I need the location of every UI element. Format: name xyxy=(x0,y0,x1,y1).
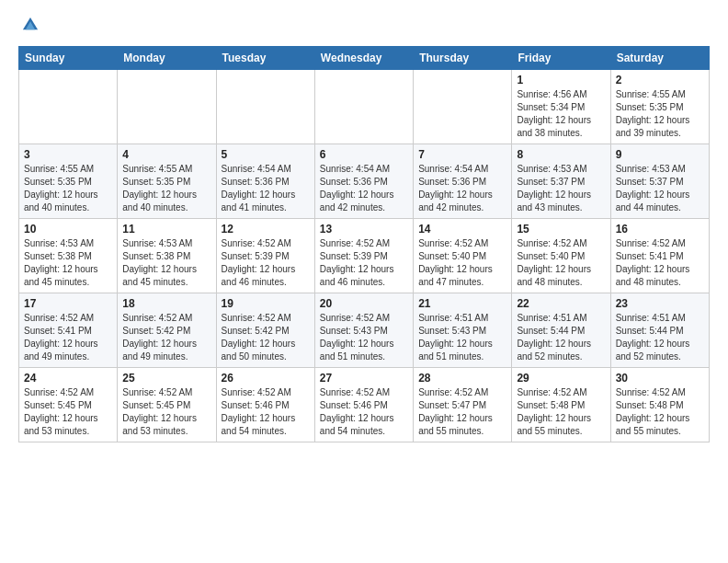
calendar-cell: 18Sunrise: 4:52 AM Sunset: 5:42 PM Dayli… xyxy=(118,293,216,368)
day-number: 15 xyxy=(517,223,605,236)
weekday-header-saturday: Saturday xyxy=(610,47,709,70)
calendar-cell xyxy=(19,70,118,144)
day-info: Sunrise: 4:55 AM Sunset: 5:35 PM Dayligh… xyxy=(24,163,112,214)
calendar-cell: 4Sunrise: 4:55 AM Sunset: 5:35 PM Daylig… xyxy=(118,144,216,219)
calendar-cell: 1Sunrise: 4:56 AM Sunset: 5:34 PM Daylig… xyxy=(512,70,610,144)
day-info: Sunrise: 4:52 AM Sunset: 5:41 PM Dayligh… xyxy=(616,237,704,289)
day-info: Sunrise: 4:54 AM Sunset: 5:36 PM Dayligh… xyxy=(320,163,408,214)
day-number: 2 xyxy=(616,74,704,86)
weekday-header-wednesday: Wednesday xyxy=(314,47,413,70)
day-number: 3 xyxy=(24,148,112,161)
calendar-cell: 11Sunrise: 4:53 AM Sunset: 5:38 PM Dayli… xyxy=(118,219,216,293)
logo-icon xyxy=(20,15,40,35)
day-info: Sunrise: 4:54 AM Sunset: 5:36 PM Dayligh… xyxy=(222,163,310,214)
day-number: 1 xyxy=(517,74,605,86)
calendar-cell: 26Sunrise: 4:52 AM Sunset: 5:46 PM Dayli… xyxy=(216,368,314,442)
day-number: 7 xyxy=(418,148,506,161)
day-info: Sunrise: 4:52 AM Sunset: 5:48 PM Dayligh… xyxy=(616,386,704,438)
day-info: Sunrise: 4:52 AM Sunset: 5:46 PM Dayligh… xyxy=(222,386,310,438)
calendar-cell xyxy=(414,70,512,144)
calendar-cell: 14Sunrise: 4:52 AM Sunset: 5:40 PM Dayli… xyxy=(414,219,512,293)
day-info: Sunrise: 4:52 AM Sunset: 5:40 PM Dayligh… xyxy=(517,237,605,289)
day-number: 23 xyxy=(616,297,704,310)
calendar-cell: 7Sunrise: 4:54 AM Sunset: 5:36 PM Daylig… xyxy=(414,144,512,219)
week-row-4: 17Sunrise: 4:52 AM Sunset: 5:41 PM Dayli… xyxy=(19,293,710,368)
day-number: 16 xyxy=(616,223,704,236)
day-number: 26 xyxy=(222,372,310,385)
calendar-cell xyxy=(314,70,413,144)
calendar-cell: 9Sunrise: 4:53 AM Sunset: 5:37 PM Daylig… xyxy=(610,144,709,219)
calendar-cell: 6Sunrise: 4:54 AM Sunset: 5:36 PM Daylig… xyxy=(314,144,413,219)
calendar-cell: 22Sunrise: 4:51 AM Sunset: 5:44 PM Dayli… xyxy=(512,293,610,368)
weekday-header-row: SundayMondayTuesdayWednesdayThursdayFrid… xyxy=(19,47,710,70)
day-info: Sunrise: 4:53 AM Sunset: 5:38 PM Dayligh… xyxy=(24,237,112,289)
calendar-cell: 25Sunrise: 4:52 AM Sunset: 5:45 PM Dayli… xyxy=(118,368,216,442)
week-row-2: 3Sunrise: 4:55 AM Sunset: 5:35 PM Daylig… xyxy=(19,144,710,219)
day-info: Sunrise: 4:53 AM Sunset: 5:37 PM Dayligh… xyxy=(616,163,704,214)
day-number: 9 xyxy=(616,148,704,161)
day-number: 10 xyxy=(24,223,112,236)
day-number: 4 xyxy=(122,148,210,161)
day-info: Sunrise: 4:52 AM Sunset: 5:40 PM Dayligh… xyxy=(418,237,506,289)
day-number: 13 xyxy=(320,223,408,236)
day-number: 20 xyxy=(320,297,408,310)
logo xyxy=(18,15,42,39)
day-info: Sunrise: 4:52 AM Sunset: 5:39 PM Dayligh… xyxy=(320,237,408,289)
day-info: Sunrise: 4:52 AM Sunset: 5:48 PM Dayligh… xyxy=(517,386,605,438)
day-info: Sunrise: 4:52 AM Sunset: 5:45 PM Dayligh… xyxy=(122,386,210,438)
calendar-cell: 16Sunrise: 4:52 AM Sunset: 5:41 PM Dayli… xyxy=(610,219,709,293)
header xyxy=(18,15,710,39)
day-number: 25 xyxy=(122,372,210,385)
calendar-cell xyxy=(216,70,314,144)
day-info: Sunrise: 4:52 AM Sunset: 5:42 PM Dayligh… xyxy=(122,312,210,363)
calendar-cell: 23Sunrise: 4:51 AM Sunset: 5:44 PM Dayli… xyxy=(610,293,709,368)
day-info: Sunrise: 4:56 AM Sunset: 5:34 PM Dayligh… xyxy=(517,88,605,140)
calendar-cell: 8Sunrise: 4:53 AM Sunset: 5:37 PM Daylig… xyxy=(512,144,610,219)
day-info: Sunrise: 4:52 AM Sunset: 5:47 PM Dayligh… xyxy=(418,386,506,438)
day-info: Sunrise: 4:52 AM Sunset: 5:39 PM Dayligh… xyxy=(222,237,310,289)
day-number: 5 xyxy=(222,148,310,161)
calendar-cell: 20Sunrise: 4:52 AM Sunset: 5:43 PM Dayli… xyxy=(314,293,413,368)
calendar-cell xyxy=(118,70,216,144)
day-number: 19 xyxy=(222,297,310,310)
calendar-cell: 30Sunrise: 4:52 AM Sunset: 5:48 PM Dayli… xyxy=(610,368,709,442)
calendar-cell: 5Sunrise: 4:54 AM Sunset: 5:36 PM Daylig… xyxy=(216,144,314,219)
day-number: 12 xyxy=(222,223,310,236)
day-info: Sunrise: 4:52 AM Sunset: 5:41 PM Dayligh… xyxy=(24,312,112,363)
day-number: 28 xyxy=(418,372,506,385)
day-info: Sunrise: 4:52 AM Sunset: 5:43 PM Dayligh… xyxy=(320,312,408,363)
day-number: 30 xyxy=(616,372,704,385)
calendar-cell: 29Sunrise: 4:52 AM Sunset: 5:48 PM Dayli… xyxy=(512,368,610,442)
page: SundayMondayTuesdayWednesdayThursdayFrid… xyxy=(0,0,728,457)
calendar-cell: 12Sunrise: 4:52 AM Sunset: 5:39 PM Dayli… xyxy=(216,219,314,293)
calendar-cell: 21Sunrise: 4:51 AM Sunset: 5:43 PM Dayli… xyxy=(414,293,512,368)
calendar-cell: 15Sunrise: 4:52 AM Sunset: 5:40 PM Dayli… xyxy=(512,219,610,293)
day-info: Sunrise: 4:52 AM Sunset: 5:42 PM Dayligh… xyxy=(222,312,310,363)
calendar-cell: 3Sunrise: 4:55 AM Sunset: 5:35 PM Daylig… xyxy=(19,144,118,219)
day-number: 11 xyxy=(122,223,210,236)
day-info: Sunrise: 4:54 AM Sunset: 5:36 PM Dayligh… xyxy=(418,163,506,214)
calendar-cell: 27Sunrise: 4:52 AM Sunset: 5:46 PM Dayli… xyxy=(314,368,413,442)
day-number: 21 xyxy=(418,297,506,310)
calendar-cell: 17Sunrise: 4:52 AM Sunset: 5:41 PM Dayli… xyxy=(19,293,118,368)
week-row-1: 1Sunrise: 4:56 AM Sunset: 5:34 PM Daylig… xyxy=(19,70,710,144)
day-number: 18 xyxy=(122,297,210,310)
calendar-cell: 19Sunrise: 4:52 AM Sunset: 5:42 PM Dayli… xyxy=(216,293,314,368)
day-info: Sunrise: 4:53 AM Sunset: 5:37 PM Dayligh… xyxy=(517,163,605,214)
calendar-cell: 10Sunrise: 4:53 AM Sunset: 5:38 PM Dayli… xyxy=(19,219,118,293)
day-info: Sunrise: 4:51 AM Sunset: 5:44 PM Dayligh… xyxy=(517,312,605,363)
day-number: 8 xyxy=(517,148,605,161)
weekday-header-thursday: Thursday xyxy=(414,47,512,70)
week-row-3: 10Sunrise: 4:53 AM Sunset: 5:38 PM Dayli… xyxy=(19,219,710,293)
day-info: Sunrise: 4:53 AM Sunset: 5:38 PM Dayligh… xyxy=(122,237,210,289)
calendar-cell: 13Sunrise: 4:52 AM Sunset: 5:39 PM Dayli… xyxy=(314,219,413,293)
day-info: Sunrise: 4:55 AM Sunset: 5:35 PM Dayligh… xyxy=(122,163,210,214)
calendar-cell: 28Sunrise: 4:52 AM Sunset: 5:47 PM Dayli… xyxy=(414,368,512,442)
calendar-cell: 24Sunrise: 4:52 AM Sunset: 5:45 PM Dayli… xyxy=(19,368,118,442)
day-number: 29 xyxy=(517,372,605,385)
day-number: 24 xyxy=(24,372,112,385)
weekday-header-friday: Friday xyxy=(512,47,610,70)
day-number: 6 xyxy=(320,148,408,161)
weekday-header-sunday: Sunday xyxy=(19,47,118,70)
day-number: 27 xyxy=(320,372,408,385)
